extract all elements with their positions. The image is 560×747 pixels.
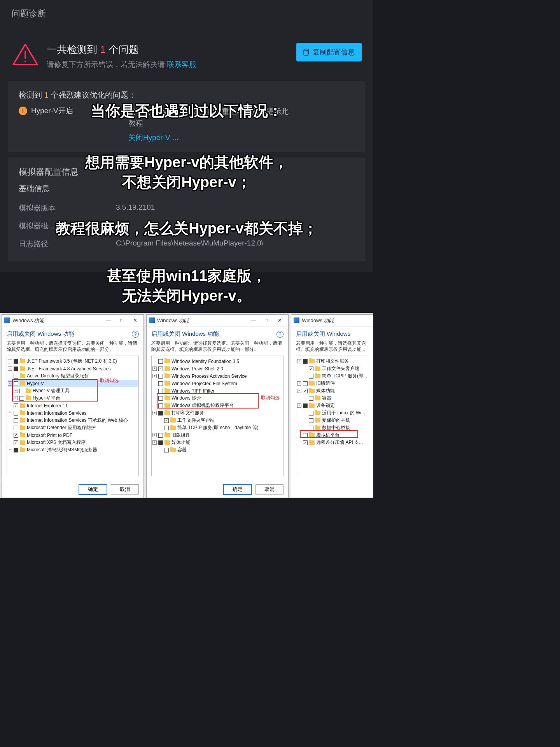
checkbox[interactable] — [14, 440, 18, 445]
tree-item[interactable]: +设备锁定 — [297, 402, 367, 409]
minimize-button[interactable]: — — [247, 316, 259, 325]
checkbox[interactable] — [309, 411, 313, 416]
help-icon[interactable]: ? — [276, 331, 284, 338]
expand-icon[interactable]: + — [297, 359, 301, 363]
checkbox[interactable] — [303, 440, 308, 445]
checkbox[interactable] — [14, 411, 18, 416]
checkbox[interactable] — [14, 426, 18, 430]
checkbox[interactable] — [14, 418, 18, 423]
tree-item[interactable]: 容器 — [297, 395, 367, 402]
expand-icon[interactable]: + — [8, 359, 12, 363]
tree-item[interactable]: 数据中心桥接 — [297, 424, 367, 431]
cancel-button[interactable]: 取消 — [256, 484, 284, 494]
tree-item[interactable]: +Hyper-V 平台 — [8, 395, 138, 402]
checkbox[interactable] — [309, 426, 313, 430]
ok-button[interactable]: 确定 — [224, 484, 252, 494]
checkbox[interactable] — [14, 374, 18, 379]
checkbox[interactable] — [303, 389, 308, 393]
expand-icon[interactable]: + — [152, 374, 157, 378]
ok-button[interactable]: 确定 — [79, 484, 107, 494]
tree-item[interactable]: Internet Information Services 可承载的 Web 核… — [8, 417, 138, 424]
expand-icon[interactable]: + — [152, 440, 157, 445]
checkbox[interactable] — [309, 418, 313, 423]
tree-item[interactable]: Windows Projected File System — [152, 380, 282, 387]
checkbox[interactable] — [14, 359, 18, 364]
feature-tree[interactable]: +打印和文件服务工作文件夹客户端简单 TCPIP 服务(即...+旧版组件+媒体… — [296, 356, 368, 476]
tree-item[interactable]: 简单 TCPIP 服务(即... — [297, 372, 367, 380]
tree-item[interactable]: +Hyper-V 管理工具 — [8, 387, 138, 395]
checkbox[interactable] — [14, 403, 18, 408]
checkbox[interactable] — [19, 396, 24, 401]
checkbox[interactable] — [158, 366, 163, 371]
checkbox[interactable] — [158, 374, 163, 379]
checkbox[interactable] — [303, 381, 308, 386]
expand-icon[interactable]: + — [14, 389, 18, 393]
tree-item[interactable]: +.NET Framework 3.5 (包括 .NET 2.0 和 3.0) — [8, 358, 138, 365]
checkbox[interactable] — [309, 374, 313, 379]
feature-tree[interactable]: Windows Identity Foundation 3.5+Windows … — [151, 356, 284, 476]
copy-config-button[interactable]: 复制配置信息 — [296, 43, 362, 61]
checkbox[interactable] — [14, 433, 18, 438]
expand-icon[interactable]: + — [8, 411, 12, 415]
expand-icon[interactable]: + — [8, 366, 12, 371]
checkbox[interactable] — [158, 411, 163, 416]
tree-item[interactable]: Microsoft Defender 应用程序防护 — [8, 424, 138, 431]
feature-tree[interactable]: +.NET Framework 3.5 (包括 .NET 2.0 和 3.0)+… — [7, 356, 139, 476]
checkbox[interactable] — [19, 389, 24, 393]
tree-item[interactable]: +旧版组件 — [297, 380, 367, 387]
tree-item[interactable]: 简单 TCPIP 服务(即 echo、daytime 等) — [152, 424, 282, 431]
expand-icon[interactable]: + — [152, 366, 157, 371]
cancel-button[interactable]: 取消 — [111, 484, 139, 494]
tree-item[interactable]: Microsoft XPS 文档写入程序 — [8, 439, 138, 446]
checkbox[interactable] — [158, 440, 163, 445]
issue-help-link[interactable]: 关闭Hyper-V ... — [128, 132, 355, 144]
checkbox[interactable] — [158, 396, 163, 401]
tree-item[interactable]: 虚拟机平台 — [297, 431, 367, 439]
expand-icon[interactable]: + — [297, 381, 301, 386]
tree-item[interactable]: Windows TIFF IFilter — [152, 387, 282, 395]
tree-item[interactable]: 适用于 Linux 的 Wi... — [297, 409, 367, 417]
expand-icon[interactable]: + — [297, 403, 301, 408]
minimize-button[interactable]: — — [102, 316, 115, 325]
expand-icon[interactable]: + — [8, 448, 12, 452]
checkbox[interactable] — [164, 448, 169, 452]
checkbox[interactable] — [158, 403, 163, 408]
expand-icon[interactable]: - — [8, 381, 12, 386]
tree-item[interactable]: +媒体功能 — [297, 387, 367, 395]
checkbox[interactable] — [14, 381, 18, 386]
checkbox[interactable] — [303, 433, 308, 438]
maximize-button[interactable]: □ — [116, 316, 128, 325]
contact-link[interactable]: 联系客服 — [167, 60, 196, 68]
checkbox[interactable] — [164, 426, 169, 430]
tree-item[interactable]: +打印和文件服务 — [152, 409, 282, 417]
checkbox[interactable] — [158, 433, 163, 438]
tree-item[interactable]: +旧版组件 — [152, 431, 282, 439]
help-icon[interactable]: ? — [132, 331, 139, 338]
tree-item[interactable]: +Internet Information Services — [8, 409, 138, 417]
checkbox[interactable] — [14, 366, 18, 371]
checkbox[interactable] — [158, 381, 163, 386]
checkbox[interactable] — [303, 403, 308, 408]
checkbox[interactable] — [158, 389, 163, 393]
expand-icon[interactable]: + — [152, 411, 157, 415]
maximize-button[interactable]: □ — [260, 316, 273, 325]
expand-icon[interactable]: + — [152, 433, 157, 437]
tree-item[interactable]: +Windows Process Activation Service — [152, 372, 282, 380]
expand-icon[interactable]: + — [14, 396, 18, 400]
tree-item[interactable]: 受保护的主机 — [297, 417, 367, 424]
tree-item[interactable]: 工作文件夹客户端 — [297, 365, 367, 372]
tree-item[interactable]: +Windows PowerShell 2.0 — [152, 365, 282, 372]
tree-item[interactable]: Microsoft Print to PDF — [8, 431, 138, 439]
tree-item[interactable]: +Microsoft 消息队列(MSMQ)服务器 — [8, 446, 138, 454]
close-button[interactable]: ✕ — [129, 316, 141, 325]
tree-item[interactable]: 远程差分压缩 API 支... — [297, 439, 367, 446]
tree-item[interactable]: Windows Identity Foundation 3.5 — [152, 358, 282, 365]
checkbox[interactable] — [158, 359, 163, 364]
tree-item[interactable]: 工作文件夹客户端 — [152, 417, 282, 424]
tree-item[interactable]: +媒体功能 — [152, 439, 282, 446]
checkbox[interactable] — [309, 366, 313, 371]
checkbox[interactable] — [14, 448, 18, 452]
checkbox[interactable] — [309, 396, 313, 401]
expand-icon[interactable]: + — [297, 389, 301, 393]
tree-item[interactable]: +打印和文件服务 — [297, 358, 367, 365]
